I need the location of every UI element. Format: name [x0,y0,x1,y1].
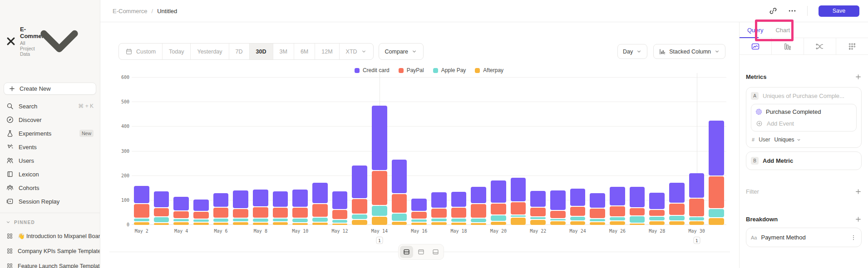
bar-segment-afterpay[interactable] [689,221,705,225]
bar-segment-afterpay[interactable] [590,222,605,225]
metric-a-header[interactable]: A Uniques of Purchase Comple... [751,92,857,100]
bar-segment-afterpay[interactable] [411,223,427,225]
bar-segment-paypal[interactable] [610,206,625,217]
report-tab-insights[interactable] [740,38,772,54]
bar-segment-credit-card[interactable] [134,186,149,203]
bar-segment-apple-pay[interactable] [134,219,149,221]
bar-segment-apple-pay[interactable] [669,216,685,220]
bar-segment-apple-pay[interactable] [550,219,566,220]
bar-segment-apple-pay[interactable] [689,217,705,220]
bar-segment-credit-card[interactable] [411,199,427,211]
bar-segment-apple-pay[interactable] [173,219,189,221]
bar-segment-afterpay[interactable] [173,222,189,225]
pinned-board-item[interactable]: Company KPIs Sample Template [0,244,100,258]
pinned-board-item[interactable]: Feature Launch Sample Template [0,258,100,268]
bar-segment-afterpay[interactable] [332,224,348,225]
report-tab-flows[interactable] [804,38,836,54]
bar-segment-credit-card[interactable] [312,183,328,203]
bar-segment-afterpay[interactable] [392,222,407,225]
bar-segment-paypal[interactable] [550,211,566,218]
bar-segment-credit-card[interactable] [530,191,546,207]
bar-segment-paypal[interactable] [312,204,328,217]
bar-segment-credit-card[interactable] [372,106,387,170]
bar-segment-credit-card[interactable] [649,193,665,209]
bar-segment-afterpay[interactable] [372,217,387,225]
add-event-row[interactable]: Add Event [756,120,852,127]
layout-chart-top-view[interactable] [414,246,428,258]
bar-segment-paypal[interactable] [173,211,189,218]
bar-segment-afterpay[interactable] [630,224,645,225]
sidebar-item-search[interactable]: Search⌘ + K [0,99,100,113]
bar-segment-apple-pay[interactable] [610,217,625,220]
bar-segment-afterpay[interactable] [273,222,288,225]
bar-segment-afterpay[interactable] [431,222,447,225]
bar-segment-paypal[interactable] [134,204,149,218]
bar-segment-afterpay[interactable] [530,220,546,225]
bar-segment-credit-card[interactable] [590,193,605,208]
bar-segment-paypal[interactable] [352,199,367,214]
bar-segment-afterpay[interactable] [649,221,665,225]
bar-segment-credit-card[interactable] [292,190,308,207]
report-tab-retention[interactable] [836,38,868,54]
compare-button[interactable]: Compare [379,43,424,60]
bar-segment-afterpay[interactable] [213,223,229,225]
date-range-3m[interactable]: 3M [273,44,294,59]
bar-segment-credit-card[interactable] [471,187,486,203]
bar-segment-apple-pay[interactable] [451,219,467,222]
bar-segment-apple-pay[interactable] [570,217,586,220]
granularity-dropdown[interactable]: Day [617,44,647,59]
bar-segment-credit-card[interactable] [273,191,288,207]
bar-segment-credit-card[interactable] [253,190,268,206]
bar-segment-afterpay[interactable] [570,221,586,225]
bar-segment-paypal[interactable] [411,212,427,219]
date-range-12m[interactable]: 12M [315,44,339,59]
breadcrumb-project[interactable]: E-Commerce [113,8,148,15]
bar-segment-apple-pay[interactable] [511,215,526,217]
bar-segment-afterpay[interactable] [312,223,328,225]
bar-segment-paypal[interactable] [233,209,248,218]
sidebar-item-lexicon[interactable]: Lexicon [0,167,100,181]
tab-query[interactable]: Query [747,27,763,34]
annotation-badge[interactable]: 1 [376,237,383,244]
bar-segment-credit-card[interactable] [570,189,586,206]
bar-segment-paypal[interactable] [570,207,586,216]
sidebar-item-users[interactable]: Users [0,154,100,167]
bar-segment-apple-pay[interactable] [431,219,447,221]
bar-segment-paypal[interactable] [431,209,447,218]
bar-segment-afterpay[interactable] [352,220,367,225]
pinned-section-header[interactable]: PINNED [0,219,100,229]
date-range-custom[interactable]: Custom [119,44,163,59]
bar-segment-apple-pay[interactable] [530,217,546,219]
legend-item-afterpay[interactable]: Afterpay [475,67,503,73]
bar-segment-credit-card[interactable] [173,197,189,210]
bar-segment-credit-card[interactable] [431,192,447,207]
bar-segment-afterpay[interactable] [669,221,685,225]
bar-segment-paypal[interactable] [590,209,605,219]
bar-segment-afterpay[interactable] [511,218,526,225]
date-range-6m[interactable]: 6M [294,44,315,59]
bar-segment-apple-pay[interactable] [471,219,486,222]
bar-segment-credit-card[interactable] [669,183,685,203]
bar-segment-afterpay[interactable] [154,223,169,225]
sidebar-item-experiments[interactable]: ExperimentsNew [0,127,100,140]
bar-segment-afterpay[interactable] [193,223,209,225]
add-filter-plus-icon[interactable] [855,188,862,195]
date-range-7d[interactable]: 7D [229,44,250,59]
bar-segment-afterpay[interactable] [471,223,486,225]
breakdown-item[interactable]: Aa Payment Method [746,228,862,247]
bar-segment-apple-pay[interactable] [392,214,407,221]
bar-segment-credit-card[interactable] [233,190,248,208]
aggregation-type-dropdown[interactable]: Uniques [774,136,801,143]
bar-segment-credit-card[interactable] [491,180,506,202]
bar-segment-credit-card[interactable] [630,187,645,207]
layout-chart-bottom-view[interactable] [429,246,442,258]
date-range-yesterday[interactable]: Yesterday [191,44,229,59]
bar-segment-paypal[interactable] [193,212,209,219]
date-range-30d[interactable]: 30D [250,44,273,59]
aggregation-entity[interactable]: User [759,136,770,143]
bar-segment-afterpay[interactable] [451,223,467,225]
breadcrumb-page-title[interactable]: Untitled [157,8,177,15]
annotation-badge[interactable]: 1 [693,237,700,244]
bar-segment-paypal[interactable] [292,208,308,218]
bar-segment-apple-pay[interactable] [590,219,605,221]
